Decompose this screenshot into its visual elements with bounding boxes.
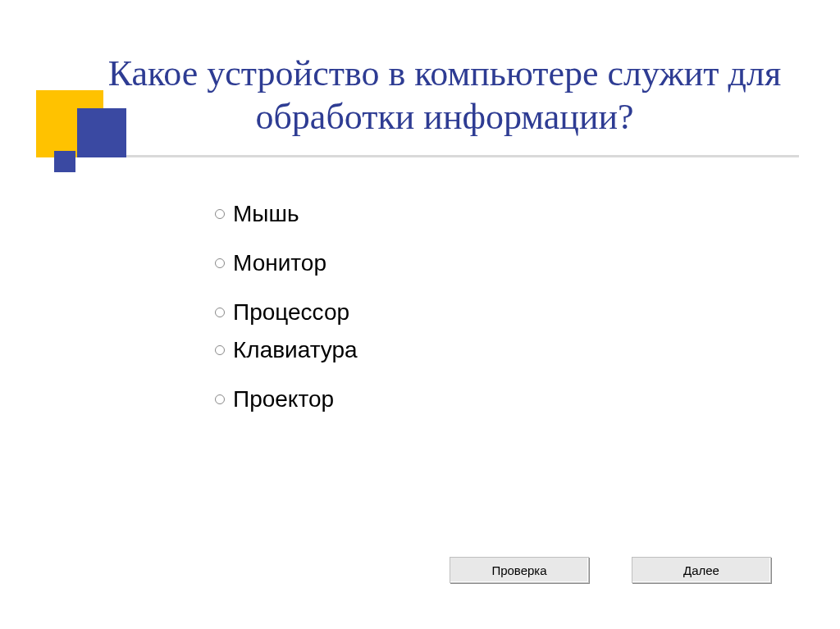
check-button[interactable]: Проверка <box>450 557 589 583</box>
radio-input[interactable] <box>215 345 225 355</box>
option-item[interactable]: Проектор <box>215 386 625 412</box>
option-list: Мышь Монитор Процессор Клавиатура Проект… <box>215 201 625 412</box>
decor-square-blue-small <box>54 151 75 172</box>
radio-input[interactable] <box>215 308 225 317</box>
option-item[interactable]: Мышь <box>215 201 625 227</box>
radio-input[interactable] <box>215 258 225 268</box>
slide: Какое устройство в компьютере служит для… <box>0 0 840 629</box>
option-item[interactable]: Монитор <box>215 250 625 276</box>
option-label: Проектор <box>233 386 334 412</box>
slide-title: Какое устройство в компьютере служит для… <box>98 52 791 139</box>
radio-input[interactable] <box>215 394 225 404</box>
option-label: Монитор <box>233 250 326 276</box>
option-item[interactable]: Клавиатура <box>215 337 625 363</box>
option-label: Клавиатура <box>233 337 358 363</box>
title-rule <box>77 155 799 157</box>
option-item[interactable]: Процессор <box>215 299 625 326</box>
next-button[interactable]: Далее <box>632 557 771 583</box>
radio-input[interactable] <box>215 209 225 219</box>
option-label: Мышь <box>233 201 299 227</box>
option-label: Процессор <box>233 299 349 326</box>
